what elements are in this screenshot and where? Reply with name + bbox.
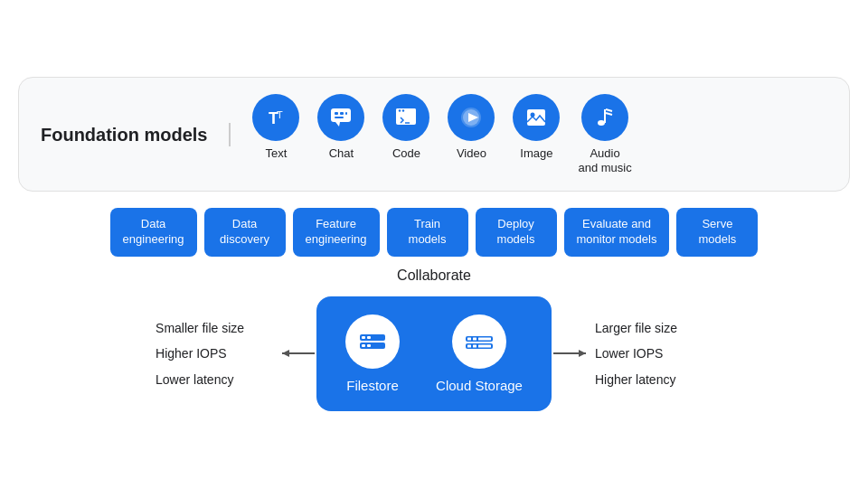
svg-rect-6 bbox=[345, 112, 347, 115]
cloud-storage-label: Cloud Storage bbox=[436, 378, 523, 393]
cloud-storage-item: Cloud Storage bbox=[436, 314, 523, 393]
image-icon bbox=[513, 94, 560, 141]
model-code: Code bbox=[382, 94, 429, 161]
chat-label: Chat bbox=[329, 146, 354, 161]
step-data-discovery: Datadiscovery bbox=[204, 208, 286, 257]
svg-text:T: T bbox=[277, 109, 283, 120]
svg-rect-7 bbox=[335, 117, 344, 118]
label-lower-iops: Lower IOPS bbox=[595, 345, 712, 361]
model-text: T T Text bbox=[252, 94, 299, 161]
svg-point-18 bbox=[598, 120, 605, 126]
svg-rect-35 bbox=[473, 344, 476, 347]
audio-icon bbox=[581, 94, 628, 141]
storage-section: Smaller file size Higher IOPS Lower late… bbox=[18, 296, 850, 411]
model-video: Video bbox=[448, 94, 495, 161]
collaborate-label: Collaborate bbox=[18, 267, 850, 284]
svg-marker-3 bbox=[335, 122, 340, 127]
model-image: Image bbox=[513, 94, 560, 161]
svg-marker-23 bbox=[282, 350, 289, 357]
step-data-engineering: Dataengineering bbox=[110, 208, 197, 257]
left-arrow-wrapper bbox=[280, 344, 316, 362]
svg-point-11 bbox=[402, 109, 404, 111]
svg-rect-37 bbox=[478, 344, 491, 347]
chat-icon bbox=[317, 94, 364, 141]
step-serve-models: Servemodels bbox=[676, 208, 758, 257]
label-higher-iops: Higher IOPS bbox=[156, 345, 273, 361]
filestore-icon bbox=[345, 314, 400, 369]
code-label: Code bbox=[392, 146, 420, 161]
filestore-label: Filestore bbox=[346, 378, 399, 393]
diagram-container: Foundation models T T Text bbox=[18, 77, 850, 411]
label-higher-latency: Higher latency bbox=[595, 371, 712, 388]
label-larger-file: Larger file size bbox=[595, 320, 712, 336]
text-icon: T T bbox=[252, 94, 299, 141]
step-evaluate-monitor: Evaluate andmonitor models bbox=[564, 208, 670, 257]
svg-line-21 bbox=[606, 113, 612, 115]
label-smaller-file: Smaller file size bbox=[156, 320, 273, 336]
step-deploy-models: Deploymodels bbox=[476, 208, 557, 257]
model-audio: Audioand music bbox=[578, 94, 631, 174]
image-label: Image bbox=[520, 146, 552, 161]
pipeline-section: Dataengineering Datadiscovery Featureeng… bbox=[18, 208, 850, 257]
svg-rect-2 bbox=[331, 108, 351, 122]
svg-line-20 bbox=[606, 109, 612, 111]
svg-rect-19 bbox=[604, 109, 606, 123]
svg-rect-34 bbox=[467, 344, 471, 347]
code-icon bbox=[382, 94, 429, 141]
svg-rect-29 bbox=[367, 344, 371, 347]
label-lower-latency: Lower latency bbox=[156, 371, 273, 388]
svg-rect-5 bbox=[340, 112, 344, 115]
cloud-storage-icon bbox=[452, 314, 506, 369]
svg-point-10 bbox=[399, 109, 401, 111]
step-feature-engineering: Featureengineering bbox=[293, 208, 380, 257]
foundation-title: Foundation models bbox=[41, 123, 231, 146]
svg-marker-39 bbox=[579, 350, 586, 357]
text-label: Text bbox=[266, 146, 288, 161]
svg-rect-36 bbox=[478, 337, 491, 340]
svg-rect-28 bbox=[367, 336, 371, 339]
storage-box: Filestore Cloud Storage bbox=[316, 296, 552, 411]
right-arrow-wrapper bbox=[552, 344, 588, 362]
foundation-section: Foundation models T T Text bbox=[18, 77, 850, 192]
video-icon bbox=[448, 94, 495, 141]
step-train-models: Trainmodels bbox=[387, 208, 468, 257]
svg-rect-33 bbox=[473, 337, 476, 340]
svg-rect-27 bbox=[362, 344, 365, 347]
model-icons-container: T T Text Cha bbox=[252, 94, 631, 174]
model-chat: Chat bbox=[317, 94, 364, 161]
storage-right-labels: Larger file size Lower IOPS Higher laten… bbox=[595, 320, 712, 388]
storage-left-labels: Smaller file size Higher IOPS Lower late… bbox=[156, 320, 273, 388]
audio-label: Audioand music bbox=[578, 146, 631, 174]
svg-rect-4 bbox=[335, 112, 338, 115]
filestore-item: Filestore bbox=[345, 314, 400, 393]
video-label: Video bbox=[457, 146, 486, 161]
svg-rect-32 bbox=[467, 337, 471, 340]
svg-rect-16 bbox=[527, 109, 545, 126]
svg-rect-26 bbox=[362, 336, 365, 339]
